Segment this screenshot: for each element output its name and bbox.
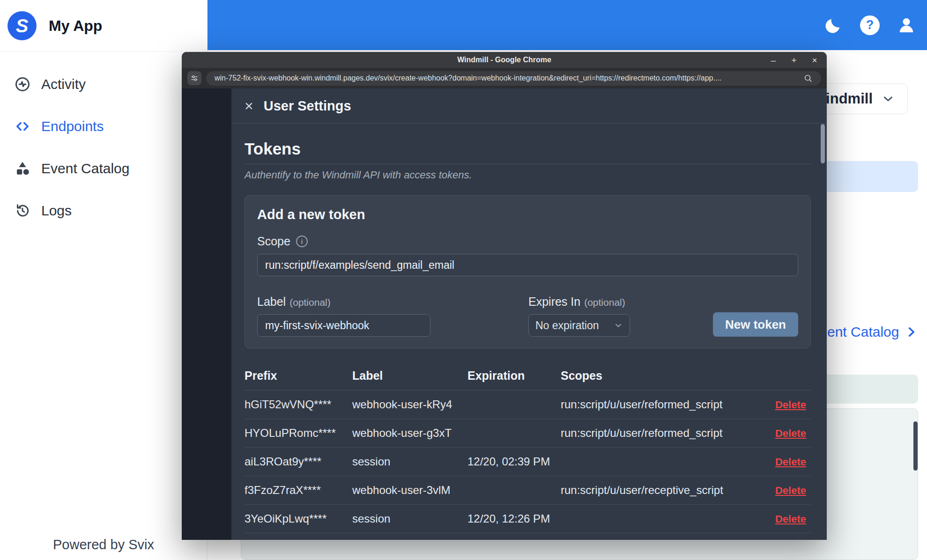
- drawer-scrollbar-thumb[interactable]: [821, 124, 825, 163]
- token-scopes: run:script/u/user/reformed_script: [561, 398, 759, 411]
- table-row: HYOLuPRomc**** webhook-user-g3xT run:scr…: [245, 419, 811, 448]
- event-catalog-link-label: ent Catalog: [827, 324, 899, 340]
- user-menu-button[interactable]: [896, 15, 917, 36]
- add-token-heading: Add a new token: [257, 207, 798, 222]
- token-label: session: [352, 512, 467, 525]
- token-prefix: 3YeOiKpLwq****: [245, 512, 352, 525]
- app-topbar: ?: [208, 0, 927, 50]
- label-field-group: Label(optional): [257, 295, 430, 337]
- label-text: Label: [257, 295, 286, 308]
- app-title: My App: [49, 17, 102, 35]
- column-header-label: Label: [352, 369, 467, 383]
- label-field-label: Label(optional): [257, 295, 430, 309]
- delete-token-link[interactable]: Delete: [775, 456, 806, 468]
- info-icon[interactable]: i: [296, 236, 308, 247]
- token-prefix: f3FzoZ7raX****: [245, 484, 352, 497]
- delete-token-link[interactable]: Delete: [775, 399, 806, 411]
- token-label: webhook-user-kRy4: [352, 398, 467, 411]
- tokens-table: Prefix Label Expiration Scopes hGiT52wVN…: [245, 369, 811, 533]
- minimize-button[interactable]: –: [769, 56, 778, 65]
- add-token-panel: Add a new token Scope i Label(optional): [245, 195, 811, 348]
- delete-token-link[interactable]: Delete: [775, 485, 806, 496]
- window-controls: – + ×: [769, 52, 819, 68]
- address-bar-url: win-752-fix-svix-webhook-win.windmill.pa…: [215, 74, 798, 82]
- token-expiration: 12/20, 02:39 PM: [467, 455, 561, 468]
- sidebar-item-endpoints[interactable]: Endpoints: [0, 105, 207, 147]
- column-header-prefix: Prefix: [245, 369, 352, 383]
- scope-input[interactable]: [257, 254, 798, 276]
- sidebar: S My App Activity Endpoints: [0, 0, 208, 560]
- drawer-title: User Settings: [264, 98, 351, 114]
- expires-field-group: Expires In(optional) No expiration: [528, 295, 630, 337]
- window-titlebar: Windmill - Google Chrome – + ×: [182, 52, 827, 68]
- page-scrollbar-thumb[interactable]: [913, 421, 918, 471]
- token-expiration: 12/20, 12:26 PM: [467, 512, 561, 525]
- chevron-down-icon: [614, 321, 623, 330]
- logo-letter: S: [16, 15, 29, 37]
- activity-icon: [14, 76, 31, 93]
- close-window-button[interactable]: ×: [810, 56, 819, 65]
- windmill-dropdown-label: indmill: [826, 90, 873, 107]
- label-optional-text: (optional): [289, 297, 331, 308]
- site-settings-button[interactable]: [187, 71, 201, 85]
- help-button[interactable]: ?: [860, 15, 880, 36]
- help-glyph: ?: [866, 18, 874, 32]
- expires-field-label: Expires In(optional): [528, 295, 630, 309]
- table-row: aiL3ROat9y**** session 12/20, 02:39 PM D…: [245, 448, 811, 476]
- expires-select[interactable]: No expiration: [528, 314, 630, 337]
- expires-select-value: No expiration: [535, 319, 599, 332]
- sidebar-item-label: Event Catalog: [41, 161, 129, 177]
- user-icon: [897, 16, 916, 35]
- expires-text: Expires In: [528, 295, 580, 308]
- address-bar[interactable]: win-752-fix-svix-webhook-win.windmill.pa…: [206, 71, 821, 86]
- token-scopes: run:script/u/user/receptive_script: [561, 484, 759, 497]
- powered-by-svix: Powered by Svix: [0, 537, 207, 553]
- token-form-row: Label(optional) Expires In(optional) No …: [257, 295, 798, 337]
- sidebar-item-logs[interactable]: Logs: [0, 190, 207, 232]
- browser-window: Windmill - Google Chrome – + × win-752-f…: [182, 52, 827, 540]
- page-left-rail: [182, 88, 231, 540]
- window-title: Windmill - Google Chrome: [457, 56, 551, 64]
- magnifier-icon[interactable]: [803, 74, 813, 83]
- token-label: session: [352, 455, 467, 468]
- maximize-button[interactable]: +: [789, 56, 799, 65]
- screen: ? indmill ent Catalog S My App: [0, 0, 927, 560]
- table-row: hGiT52wVNQ**** webhook-user-kRy4 run:scr…: [245, 391, 811, 419]
- code-icon: [14, 118, 31, 135]
- sidebar-nav: Activity Endpoints Event Catalog: [0, 52, 207, 232]
- app-logo-icon[interactable]: S: [7, 11, 37, 40]
- token-label: webhook-user-3vlM: [352, 484, 467, 497]
- column-header-scopes: Scopes: [561, 369, 759, 383]
- new-token-button[interactable]: New token: [713, 312, 798, 337]
- drawer-header: × User Settings: [231, 88, 827, 124]
- expires-optional-text: (optional): [584, 297, 625, 308]
- token-prefix: hGiT52wVNQ****: [245, 398, 352, 411]
- sidebar-item-label: Endpoints: [41, 118, 104, 134]
- drawer-body: Tokens Authentify to the Windmill API wi…: [231, 140, 827, 533]
- sidebar-item-label: Activity: [41, 76, 86, 92]
- token-label: webhook-user-g3xT: [352, 427, 467, 440]
- chevron-right-icon: [905, 325, 918, 339]
- history-icon: [14, 202, 31, 219]
- scope-label: Scope: [257, 235, 290, 248]
- browser-viewport: × User Settings Tokens Authentify to the…: [182, 88, 827, 540]
- moon-icon: [824, 16, 843, 35]
- label-input[interactable]: [257, 314, 430, 337]
- delete-token-link[interactable]: Delete: [775, 427, 806, 439]
- help-icon: ?: [860, 15, 880, 35]
- tokens-subtitle: Authentify to the Windmill API with acce…: [245, 169, 811, 181]
- sidebar-item-event-catalog[interactable]: Event Catalog: [0, 147, 207, 190]
- sidebar-item-label: Logs: [41, 203, 72, 219]
- table-row: f3FzoZ7raX**** webhook-user-3vlM run:scr…: [245, 476, 811, 505]
- sidebar-item-activity[interactable]: Activity: [0, 63, 207, 105]
- close-icon[interactable]: ×: [245, 98, 253, 113]
- token-prefix: HYOLuPRomc****: [245, 427, 352, 440]
- tokens-heading: Tokens: [245, 140, 811, 164]
- delete-token-link[interactable]: Delete: [775, 513, 806, 525]
- dark-mode-toggle[interactable]: [823, 15, 844, 36]
- sidebar-header: S My App: [0, 0, 207, 52]
- scope-label-row: Scope i: [257, 235, 798, 248]
- shapes-icon: [14, 160, 31, 177]
- user-settings-drawer: × User Settings Tokens Authentify to the…: [231, 88, 827, 540]
- column-header-expiration: Expiration: [467, 369, 561, 383]
